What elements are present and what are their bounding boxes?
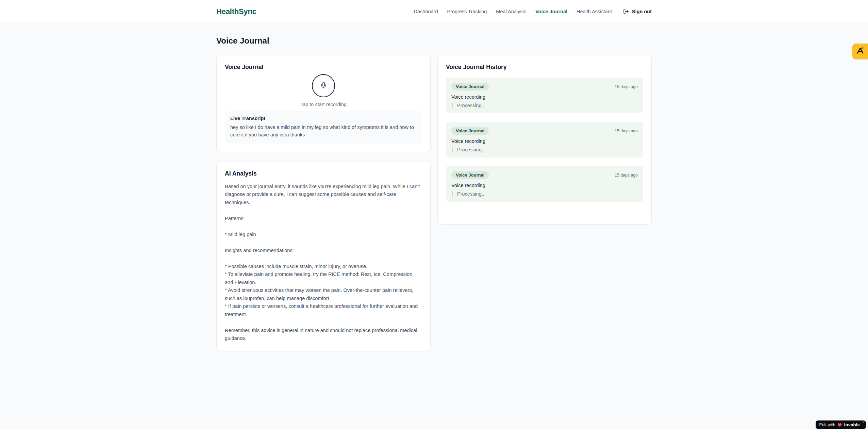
recorder-card-title: Voice Journal [225, 64, 422, 71]
nav-item-meal-analysis[interactable]: Meal Analysis [496, 9, 526, 14]
analysis-body-text: Based on your journal entry, it sounds l… [225, 183, 422, 343]
entry-timestamp: 15 days ago [615, 84, 638, 89]
edit-with-lovable-badge[interactable]: Edit with lovable × [816, 420, 866, 429]
recording-hint: Tap to start recording [300, 102, 347, 107]
ai-analysis-card: AI Analysis Based on your journal entry,… [216, 162, 431, 351]
history-entry-list: Voice Journal 15 days ago Voice recordin… [446, 78, 643, 202]
top-navbar: HealthSync Dashboard Progress Tracking M… [0, 0, 868, 23]
history-entry[interactable]: Voice Journal 15 days ago Voice recordin… [446, 122, 643, 158]
history-entry[interactable]: Voice Journal 15 days ago Voice recordin… [446, 78, 643, 113]
right-column: Voice Journal History Voice Journal 15 d… [437, 55, 652, 225]
microphone-icon [320, 82, 327, 90]
history-entry[interactable]: Voice Journal 15 days ago Voice recordin… [446, 166, 643, 202]
entry-status: Processing... [452, 147, 638, 152]
entry-type-badge: Voice Journal [451, 171, 489, 179]
nav-item-dashboard[interactable]: Dashboard [414, 9, 438, 14]
brand-logo[interactable]: HealthSync [216, 7, 256, 16]
entry-timestamp: 15 days ago [615, 129, 638, 133]
voice-journal-history-card: Voice Journal History Voice Journal 15 d… [437, 55, 652, 225]
left-column: Voice Journal Tap to start recording [216, 55, 431, 351]
record-button[interactable] [312, 74, 335, 97]
main-content: Voice Journal Voice Journal [216, 23, 652, 351]
nav-item-health-assistant[interactable]: Health Assistant [577, 9, 612, 14]
main-nav: Dashboard Progress Tracking Meal Analysi… [414, 9, 652, 14]
transcript-text: hey so like I do have a mild pain in my … [230, 123, 417, 139]
analysis-card-title: AI Analysis [225, 170, 422, 177]
entry-label: Voice recording [451, 138, 638, 144]
entry-type-badge: Voice Journal [451, 127, 489, 135]
nav-item-progress-tracking[interactable]: Progress Tracking [447, 9, 487, 14]
live-transcript-box: Live Transcript hey so like I do have a … [225, 111, 422, 144]
lovable-badge-prefix: Edit with [819, 423, 835, 427]
lovable-badge-close-icon[interactable]: × [862, 421, 864, 424]
entry-type-badge: Voice Journal [451, 83, 489, 90]
history-card-title: Voice Journal History [446, 64, 643, 71]
entry-status: Processing... [452, 103, 638, 108]
entry-label: Voice recording [451, 183, 638, 188]
entry-timestamp: 15 days ago [615, 173, 638, 178]
voice-recorder-card: Voice Journal Tap to start recording [216, 55, 431, 152]
edge-launch-badge[interactable] [852, 44, 868, 59]
page-title: Voice Journal [216, 36, 652, 46]
nav-item-voice-journal[interactable]: Voice Journal [535, 9, 567, 14]
launch-badge-logo-icon [856, 47, 864, 55]
entry-status: Processing... [452, 191, 638, 197]
sign-out-button[interactable]: Sign out [623, 9, 652, 14]
sign-out-label: Sign out [632, 9, 652, 14]
lovable-badge-brand: lovable [844, 422, 860, 427]
logout-icon [623, 9, 629, 14]
transcript-title: Live Transcript [230, 116, 417, 121]
entry-label: Voice recording [451, 94, 638, 100]
lovable-heart-icon [837, 423, 842, 427]
